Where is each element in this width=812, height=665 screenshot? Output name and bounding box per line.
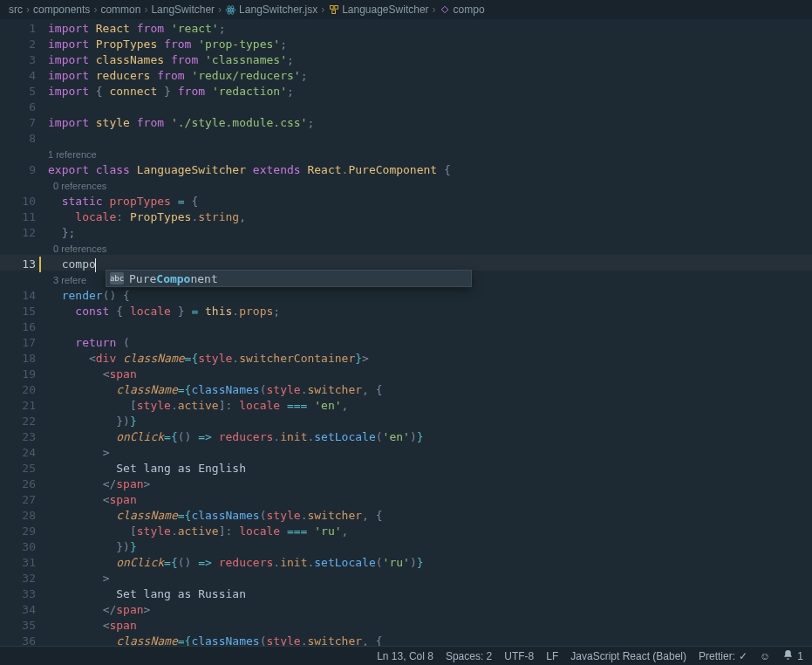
code-line[interactable]: const { locale } = this.props; xyxy=(48,304,812,319)
breadcrumb-item-symbol[interactable]: LanguageSwitcher xyxy=(328,3,428,16)
chevron-right-icon: › xyxy=(144,3,147,16)
breadcrumb-item-symbol[interactable]: compo xyxy=(440,3,485,16)
svg-rect-5 xyxy=(334,6,338,10)
code-line[interactable]: render() { xyxy=(48,288,812,304)
line-number: 25 xyxy=(0,461,36,476)
code-line[interactable]: })} xyxy=(48,414,812,429)
code-line[interactable]: > xyxy=(48,571,812,586)
code-line[interactable] xyxy=(48,99,812,115)
code-line[interactable]: <span xyxy=(48,618,812,634)
breadcrumb-item-file[interactable]: LangSwitcher.jsx xyxy=(225,3,317,16)
code-line[interactable]: Set lang as Russian xyxy=(48,586,812,602)
line-number: 18 xyxy=(0,351,36,367)
code-line[interactable]: <span xyxy=(48,367,812,382)
codelens-references[interactable]: 0 references xyxy=(48,241,812,257)
code-line[interactable]: > xyxy=(48,445,812,461)
code-line[interactable]: [style.active]: locale === 'en', xyxy=(48,398,812,414)
autocomplete-suggest[interactable]: abcPureComponent xyxy=(106,270,472,287)
code-line[interactable]: onClick={() => reducers.init.setLocale('… xyxy=(48,429,812,445)
code-line[interactable]: import style from './style.module.css'; xyxy=(48,115,812,131)
code-line[interactable]: static propTypes = { xyxy=(48,194,812,209)
line-number: 19 xyxy=(0,367,36,382)
code-line[interactable]: import PropTypes from 'prop-types'; xyxy=(48,37,812,52)
status-indentation[interactable]: Spaces: 2 xyxy=(446,650,492,662)
line-number: 5 xyxy=(0,84,36,99)
code-line[interactable]: [style.active]: locale === 'ru', xyxy=(48,524,812,539)
breadcrumb-bar: src › components › common › LangSwitcher… xyxy=(0,0,812,19)
code-line[interactable]: className={classNames(style.switcher, { xyxy=(48,508,812,524)
breadcrumb-item[interactable]: common xyxy=(100,3,140,16)
status-eol[interactable]: LF xyxy=(546,650,558,662)
line-number-gutter: 12345678 9 101112 13 1415161718192021222… xyxy=(0,19,48,646)
smiley-icon: ☺ xyxy=(760,650,770,662)
line-number: 12 xyxy=(0,225,36,241)
code-line[interactable]: <div className={style.switcherContainer}… xyxy=(48,351,812,367)
line-number: 21 xyxy=(0,398,36,414)
breadcrumb-item[interactable]: LangSwitcher xyxy=(151,3,215,16)
line-number: 36 xyxy=(0,634,36,646)
line-number: 10 xyxy=(0,194,36,209)
code-line[interactable]: Set lang as English xyxy=(48,461,812,476)
code-editor[interactable]: 12345678 9 101112 13 1415161718192021222… xyxy=(0,19,812,646)
code-line[interactable]: export class LanguageSwitcher extends Re… xyxy=(48,162,812,178)
code-line[interactable]: import { connect } from 'redaction'; xyxy=(48,84,812,99)
code-line[interactable]: className={classNames(style.switcher, { xyxy=(48,634,812,646)
chevron-right-icon: › xyxy=(218,3,222,16)
line-number: 6 xyxy=(0,99,36,115)
code-line[interactable]: onClick={() => reducers.init.setLocale('… xyxy=(48,555,812,571)
symbol-class-icon xyxy=(328,4,339,16)
line-number: 22 xyxy=(0,414,36,429)
code-line[interactable]: <span xyxy=(48,492,812,508)
line-number: 14 xyxy=(0,288,36,304)
status-prettier[interactable]: Prettier: xyxy=(699,650,747,662)
status-bar: Ln 13, Col 8 Spaces: 2 UTF-8 LF JavaScri… xyxy=(0,646,812,665)
line-number: 26 xyxy=(0,476,36,492)
chevron-right-icon: › xyxy=(93,3,97,16)
line-number: 27 xyxy=(0,492,36,508)
line-number: 23 xyxy=(0,429,36,445)
code-line[interactable]: </span> xyxy=(48,602,812,618)
line-number: 4 xyxy=(0,68,36,84)
line-number: 29 xyxy=(0,524,36,539)
status-language-mode[interactable]: JavaScript React (Babel) xyxy=(570,650,686,662)
symbol-method-icon xyxy=(440,4,451,16)
line-number: 28 xyxy=(0,508,36,524)
line-number: 20 xyxy=(0,382,36,398)
code-line[interactable]: className={classNames(style.switcher, { xyxy=(48,382,812,398)
code-line[interactable]: })} xyxy=(48,539,812,555)
status-feedback[interactable]: ☺ xyxy=(760,650,770,662)
bell-icon xyxy=(782,649,794,663)
code-area[interactable]: import React from 'react';import PropTyp… xyxy=(48,19,812,646)
svg-point-0 xyxy=(230,9,232,10)
line-number: 15 xyxy=(0,304,36,319)
code-line[interactable] xyxy=(48,131,812,147)
breadcrumb-item[interactable]: src xyxy=(9,3,23,16)
status-cursor-position[interactable]: Ln 13, Col 8 xyxy=(377,650,433,662)
code-line[interactable] xyxy=(48,319,812,335)
line-number: 32 xyxy=(0,571,36,586)
breadcrumb-item[interactable]: components xyxy=(33,3,90,16)
line-number: 33 xyxy=(0,586,36,602)
code-line[interactable]: return ( xyxy=(48,335,812,351)
line-number: 17 xyxy=(0,335,36,351)
codelens-references[interactable]: 0 references xyxy=(48,178,812,194)
react-file-icon xyxy=(225,4,236,16)
code-line[interactable]: import reducers from 'redux/reducers'; xyxy=(48,68,812,84)
code-line[interactable]: import React from 'react'; xyxy=(48,21,812,37)
status-notifications[interactable]: 1 xyxy=(782,649,803,663)
code-line[interactable]: import classNames from 'classnames'; xyxy=(48,52,812,68)
status-encoding[interactable]: UTF-8 xyxy=(504,650,534,662)
svg-rect-4 xyxy=(330,6,333,10)
chevron-right-icon: › xyxy=(26,3,30,16)
code-line[interactable]: }; xyxy=(48,225,812,241)
codelens-references[interactable]: 1 reference xyxy=(48,147,812,162)
line-number: 7 xyxy=(0,115,36,131)
line-number: 2 xyxy=(0,37,36,52)
line-number: 11 xyxy=(0,209,36,225)
code-line[interactable]: </span> xyxy=(48,476,812,492)
code-line[interactable]: locale: PropTypes.string, xyxy=(48,209,812,225)
line-number: 16 xyxy=(0,319,36,335)
line-number: 31 xyxy=(0,555,36,571)
chevron-right-icon: › xyxy=(321,3,324,16)
line-number: 1 xyxy=(0,21,36,37)
